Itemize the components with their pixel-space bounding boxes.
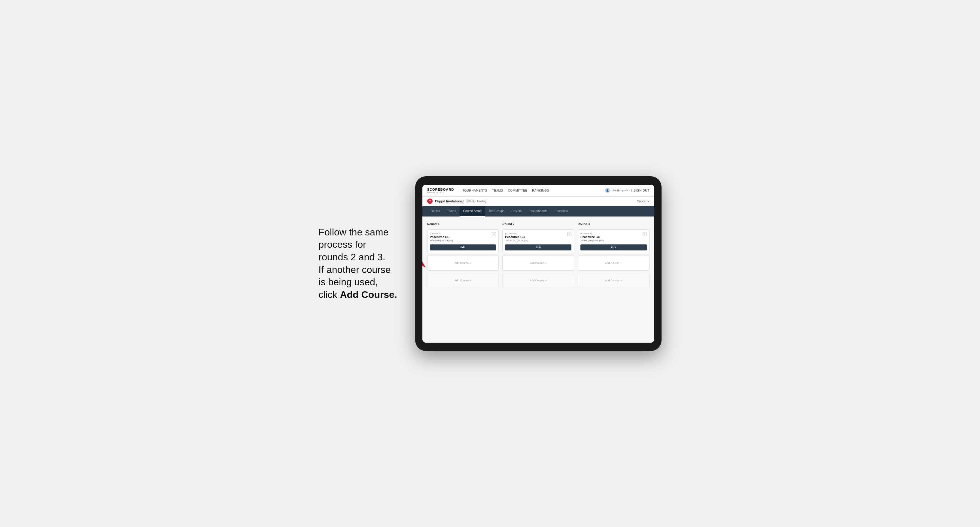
nav-right: 👤 blair@clippd.io | Sign out [605, 188, 649, 193]
tab-teams[interactable]: Teams [444, 206, 459, 216]
annotation-bold: Add Course. [340, 289, 397, 300]
nav-links: TOURNAMENTS TEAMS COMMITTEE RANKINGS [462, 188, 599, 193]
nav-link-rankings[interactable]: RANKINGS [532, 188, 549, 193]
round-1-add-course-button-1[interactable]: Add Course + [427, 256, 499, 271]
round-1-column: Round 1 (Course A) Peachtree GC Yellow (… [427, 222, 499, 288]
tab-printables[interactable]: Printables [551, 206, 571, 216]
round-1-edit-button[interactable]: Edit [430, 244, 496, 251]
nav-link-committee[interactable]: COMMITTEE [508, 188, 528, 193]
round-2-column: Round 2 (Course A) Peachtree GC Yellow (… [502, 222, 574, 288]
round-2-label: Round 2 [502, 222, 574, 226]
tournament-name: Clippd Invitational [435, 199, 464, 203]
round-1-course-card: (Course A) Peachtree GC Yellow (M) (6629… [427, 229, 499, 253]
top-nav: SCOREBOARD Powered by clippd TOURNAMENTS… [422, 185, 654, 197]
round-1-label: Round 1 [427, 222, 499, 226]
tournament-bracket-badge: (Men) [465, 199, 476, 203]
round-2-course-info: (Course A) Peachtree GC Yellow (M) (6629… [505, 232, 566, 244]
separator: | [631, 189, 632, 192]
tablet-frame: SCOREBOARD Powered by clippd TOURNAMENTS… [415, 176, 662, 351]
annotation-line4: If another course [318, 264, 391, 275]
tab-bar: Details Teams Course Setup Tee Groups Re… [422, 206, 654, 216]
round-3-column: Round 3 (Course A) Peachtree GC Yellow (… [578, 222, 649, 288]
page-wrapper: Follow the same process for rounds 2 and… [0, 164, 980, 363]
round-1-course-info: (Course A) Peachtree GC Yellow (M) (6629… [430, 232, 491, 244]
user-email: blair@clippd.io [612, 189, 629, 192]
annotation-line1: Follow the same [318, 227, 388, 238]
annotation-line3: rounds 2 and 3. [318, 252, 385, 262]
round-3-edit-button[interactable]: Edit [581, 244, 647, 251]
round-1-add-course-text-2: Add Course + [455, 279, 472, 282]
round-3-add-course-text-2: Add Course + [605, 279, 622, 282]
nav-link-teams[interactable]: TEAMS [492, 188, 503, 193]
round-1-course-name: Peachtree GC [430, 235, 491, 239]
annotation-line2: process for [318, 239, 366, 250]
annotation-text: Follow the same process for rounds 2 and… [318, 226, 397, 301]
sub-header: C Clippd Invitational (Men) Hosting Canc… [422, 197, 654, 206]
round-2-add-course-text-1: Add Course + [530, 261, 547, 265]
hosting-badge: Hosting [477, 200, 487, 203]
tab-leaderboards[interactable]: Leaderboards [525, 206, 551, 216]
round-3-add-course-text-1: Add Course + [605, 261, 622, 265]
user-avatar: 👤 [605, 188, 610, 193]
tab-course-setup[interactable]: Course Setup [460, 206, 485, 216]
logo-area: SCOREBOARD Powered by clippd [427, 188, 454, 194]
round-2-add-course-button-2[interactable]: Add Course + [502, 273, 574, 288]
round-2-add-course-button-1[interactable]: Add Course + [502, 256, 574, 271]
round-2-course-card-header: (Course A) Peachtree GC Yellow (M) (6629… [505, 232, 571, 244]
round-2-course-card: (Course A) Peachtree GC Yellow (M) (6629… [502, 229, 574, 253]
round-3-course-info: (Course A) Peachtree GC Yellow (M) (6629… [581, 232, 641, 244]
round-2-add-course-text-2: Add Course + [530, 279, 547, 282]
rounds-grid: Round 1 (Course A) Peachtree GC Yellow (… [427, 222, 649, 288]
sign-out-link[interactable]: Sign out [633, 188, 649, 193]
round-2-edit-button[interactable]: Edit [505, 244, 571, 251]
tournament-logo-icon: C [427, 198, 433, 204]
round-3-label: Round 3 [578, 222, 649, 226]
round-1-course-details: Yellow (M) (6629 yds) [430, 239, 491, 242]
round-2-delete-button[interactable]: × [567, 232, 571, 237]
round-2-course-label: (Course A) [505, 232, 566, 235]
tab-tee-groups[interactable]: Tee Groups [485, 206, 508, 216]
round-3-delete-button[interactable]: × [643, 232, 647, 237]
logo-sub: Powered by clippd [427, 191, 454, 194]
annotation-line6: click [318, 289, 340, 300]
round-2-course-details: Yellow (M) (6629 yds) [505, 239, 566, 242]
round-3-course-card-header: (Course A) Peachtree GC Yellow (M) (6629… [581, 232, 647, 244]
tab-details[interactable]: Details [427, 206, 444, 216]
round-1-add-course-text-1: Add Course + [455, 261, 472, 265]
round-1-add-course-button-2[interactable]: Add Course + [427, 273, 499, 288]
round-3-course-label: (Course A) [581, 232, 641, 235]
round-1-course-card-header: (Course A) Peachtree GC Yellow (M) (6629… [430, 232, 496, 244]
round-3-add-course-button-2[interactable]: Add Course + [578, 273, 649, 288]
tablet-screen: SCOREBOARD Powered by clippd TOURNAMENTS… [422, 185, 654, 343]
round-3-add-course-button-1[interactable]: Add Course + [578, 256, 649, 271]
round-3-course-name: Peachtree GC [581, 235, 641, 239]
round-1-course-label: (Course A) [430, 232, 491, 235]
cancel-button[interactable]: Cancel ✕ [637, 200, 649, 203]
main-content: Round 1 (Course A) Peachtree GC Yellow (… [422, 216, 654, 343]
logo-scoreboard: SCOREBOARD [427, 188, 454, 191]
round-3-course-details: Yellow (M) (6629 yds) [581, 239, 641, 242]
round-2-course-name: Peachtree GC [505, 235, 566, 239]
tab-results[interactable]: Results [508, 206, 525, 216]
round-3-course-card: (Course A) Peachtree GC Yellow (M) (6629… [578, 229, 649, 253]
annotation-line5: is being used, [318, 276, 378, 287]
nav-link-tournaments[interactable]: TOURNAMENTS [462, 188, 487, 193]
round-1-delete-button[interactable]: × [492, 232, 496, 237]
